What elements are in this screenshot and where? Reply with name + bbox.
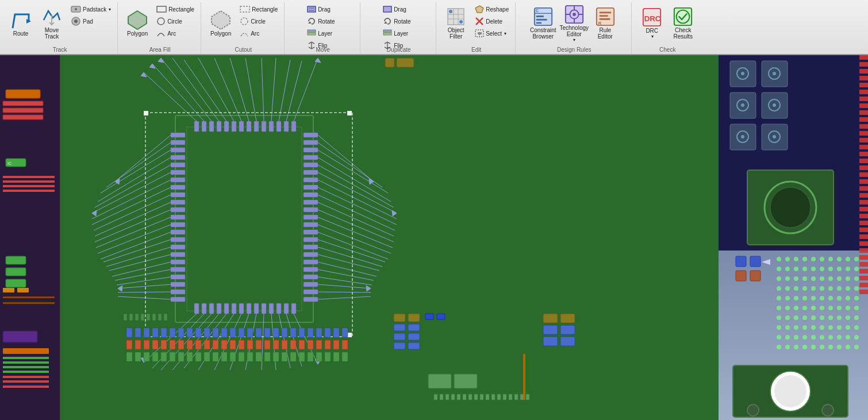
svg-rect-255 (147, 314, 150, 321)
svg-rect-39 (536, 16, 543, 17)
layer-dup-button[interactable]: Layer (380, 28, 417, 39)
svg-point-408 (820, 257, 824, 261)
drag-dup-button[interactable]: Drag (380, 3, 417, 15)
check-results-label: CheckResults (674, 27, 693, 40)
technology-editor-button[interactable]: TechnologyEditor ▾ (559, 3, 589, 43)
route-button[interactable]: Route (6, 3, 36, 43)
svg-rect-288 (152, 340, 158, 349)
svg-rect-541 (859, 283, 868, 287)
select-button[interactable]: Select ▾ (472, 28, 512, 39)
svg-point-423 (777, 276, 781, 281)
svg-rect-292 (187, 340, 193, 349)
rule-editor-button[interactable]: R RuleEditor (590, 3, 620, 43)
svg-point-450 (837, 296, 842, 300)
svg-rect-268 (204, 328, 210, 337)
svg-rect-520 (859, 138, 868, 142)
reshape-button[interactable]: Reshape (472, 3, 512, 15)
rotate-mv-button[interactable]: Rotate (304, 16, 341, 27)
svg-rect-22 (383, 33, 391, 35)
padstack-button[interactable]: Padstack ▾ (68, 3, 114, 15)
move-track-button[interactable]: MoveTrack (37, 3, 67, 43)
pcb-board[interactable] (60, 55, 719, 420)
svg-rect-319 (195, 352, 201, 361)
svg-rect-368 (497, 394, 501, 400)
svg-rect-19 (383, 6, 391, 12)
svg-point-427 (811, 276, 816, 281)
svg-rect-340 (408, 314, 420, 322)
svg-point-458 (820, 306, 824, 310)
delete-button[interactable]: Delete (472, 16, 512, 27)
svg-point-417 (811, 267, 816, 271)
svg-rect-339 (394, 314, 405, 322)
svg-rect-101 (171, 245, 185, 249)
svg-rect-251 (124, 314, 127, 321)
svg-rect-539 (859, 269, 868, 273)
svg-rect-96 (171, 207, 185, 212)
rectangle-af-button[interactable]: Rectangle (153, 3, 197, 15)
svg-rect-14 (308, 33, 316, 35)
svg-rect-530 (859, 207, 868, 211)
svg-marker-31 (475, 6, 483, 13)
svg-rect-137 (232, 121, 236, 132)
svg-rect-65 (3, 180, 55, 183)
constraint-browser-button[interactable]: C ConstraintBrowser (528, 3, 558, 43)
svg-rect-273 (247, 328, 253, 337)
svg-rect-266 (187, 328, 193, 337)
svg-point-492 (854, 335, 859, 340)
svg-rect-277 (282, 328, 287, 337)
svg-rect-367 (491, 394, 495, 400)
check-results-button[interactable]: CheckResults (668, 3, 698, 43)
svg-rect-85 (187, 127, 302, 311)
svg-rect-532 (859, 221, 868, 225)
svg-rect-69 (6, 268, 26, 276)
pcb-canvas[interactable]: IC (0, 55, 868, 420)
svg-rect-345 (394, 342, 405, 349)
svg-line-230 (318, 210, 394, 242)
svg-point-403 (777, 257, 781, 261)
svg-rect-94 (171, 192, 185, 197)
svg-rect-328 (273, 352, 279, 361)
svg-rect-60 (3, 108, 43, 113)
svg-rect-124 (304, 245, 318, 249)
svg-rect-127 (304, 267, 318, 272)
select-label: Select (486, 30, 502, 37)
layer-mv-button[interactable]: Layer (304, 28, 341, 39)
rotate-dup-button[interactable]: Rotate (380, 16, 417, 27)
svg-rect-343 (394, 333, 405, 340)
rectangle-af-icon (156, 5, 167, 13)
rule-editor-icon: R (595, 6, 616, 27)
svg-rect-338 (397, 58, 414, 67)
polygon-co-button[interactable]: Polygon (206, 3, 236, 43)
arc-af-icon (156, 29, 166, 37)
rule-editor-label: RuleEditor (598, 27, 613, 40)
circle-af-button[interactable]: Circle (153, 16, 197, 27)
svg-rect-13 (308, 30, 316, 32)
toolbar-group-area-fill: Polygon Rectangle Circle (119, 2, 201, 54)
svg-text:C: C (535, 8, 539, 13)
object-filter-button[interactable]: ObjectFilter (441, 3, 471, 43)
svg-point-411 (846, 257, 850, 261)
svg-point-473 (777, 325, 781, 330)
svg-point-475 (794, 325, 798, 330)
rectangle-co-icon (240, 5, 250, 13)
rotate-mv-icon (307, 17, 316, 26)
rectangle-co-button[interactable]: Rectangle (237, 3, 281, 15)
polygon-af-button[interactable]: Polygon (122, 3, 152, 43)
move-track-label: MoveTrack (45, 27, 59, 40)
circle-co-button[interactable]: Circle (237, 16, 281, 27)
drag-mv-button[interactable]: Drag (304, 3, 341, 15)
svg-line-233 (318, 232, 388, 259)
polygon-af-icon (127, 10, 148, 30)
arc-af-button[interactable]: Arc (153, 28, 197, 39)
svg-rect-323 (230, 352, 236, 361)
drc-button[interactable]: DRC DRC ▾ (637, 3, 667, 43)
arc-co-button[interactable]: Arc (237, 28, 281, 39)
svg-point-424 (785, 276, 790, 281)
pad-button[interactable]: Pad (68, 16, 114, 27)
svg-rect-260 (135, 328, 141, 337)
svg-rect-304 (290, 340, 296, 349)
svg-rect-535 (859, 241, 868, 246)
svg-rect-330 (290, 352, 296, 361)
svg-point-437 (811, 286, 816, 291)
svg-line-222 (318, 150, 388, 193)
